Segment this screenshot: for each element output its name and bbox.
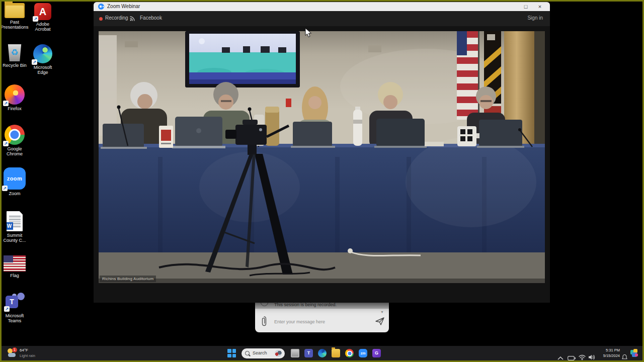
acrobat-glyph: A bbox=[39, 6, 46, 17]
taskbar-teams-icon[interactable]: T bbox=[304, 349, 313, 357]
tray-chevron-up-icon[interactable] bbox=[557, 351, 564, 362]
sign-in-button[interactable]: Sign in bbox=[527, 15, 543, 21]
notification-badge: 1 bbox=[12, 347, 17, 352]
tray-time: 5:31 PM bbox=[597, 347, 620, 353]
zoom-logo-icon bbox=[98, 4, 104, 10]
desktop-icon-label: Microsoft Edge bbox=[28, 65, 57, 75]
desktop-icon-zoom[interactable]: zoom↗ Zoom bbox=[0, 167, 29, 196]
recording-notice-text: This session is being recorded. bbox=[274, 302, 337, 307]
desktop-icon-past-presentations[interactable]: Past Presentations bbox=[0, 3, 29, 30]
attach-file-icon[interactable] bbox=[261, 316, 267, 327]
shortcut-arrow-icon: ↗ bbox=[4, 306, 10, 312]
desktop-icon-label: Recycle Bin bbox=[0, 63, 29, 68]
chrome-icon: ↗ bbox=[5, 125, 25, 145]
taskbar-app-window[interactable] bbox=[291, 349, 299, 357]
notification-bell-icon[interactable] bbox=[621, 350, 628, 362]
tray-clock[interactable]: 5:31 PM 5/15/2024 bbox=[597, 347, 620, 358]
desktop-icon-summit-county-doc[interactable]: W Summit County C... bbox=[0, 211, 29, 243]
recycle-bin-icon: ♻ bbox=[7, 44, 22, 61]
us-flag-image-icon bbox=[4, 255, 26, 272]
recording-dot-icon bbox=[99, 17, 103, 21]
desktop-icon-flag[interactable]: Flag bbox=[0, 255, 29, 278]
fire-alarm bbox=[286, 99, 291, 107]
desktop-icon-label: Flag bbox=[0, 273, 29, 278]
taskbar-zoom-icon[interactable]: zm bbox=[359, 349, 367, 357]
zoom-app-icon: zoom↗ bbox=[4, 167, 26, 190]
meeting-room-scene bbox=[99, 31, 545, 283]
shortcut-arrow-icon: ↗ bbox=[2, 186, 8, 191]
shortcut-arrow-icon: ↗ bbox=[3, 141, 9, 146]
wall-tv-screen bbox=[185, 31, 300, 87]
facebook-stream-label[interactable]: Facebook bbox=[140, 15, 162, 21]
teams-icon: T↗ bbox=[4, 292, 25, 312]
battery-icon[interactable] bbox=[568, 351, 576, 362]
desktop-icon-adobe-acrobat[interactable]: A↗ Adobe Acrobat bbox=[28, 3, 57, 32]
zoom-webinar-window: Zoom Webinar □ × Recording Facebook Sign… bbox=[94, 2, 550, 303]
send-message-icon[interactable] bbox=[375, 317, 385, 326]
widgets-icon[interactable] bbox=[630, 349, 638, 357]
folder-icon bbox=[5, 3, 25, 18]
webinar-toolbar: Recording Facebook Sign in bbox=[94, 11, 550, 26]
recycle-glyph: ♻ bbox=[11, 48, 18, 57]
desktop-icon-microsoft-teams[interactable]: T↗ Microsoft Teams bbox=[0, 292, 29, 323]
start-icon bbox=[227, 349, 231, 353]
taskbar: 1 64°F Light rain Search T zm G 5:31 PM … bbox=[0, 346, 644, 360]
desktop-icon-google-chrome[interactable]: ↗ Google Chrome bbox=[0, 125, 29, 156]
desktop-icon-label: Adobe Acrobat bbox=[28, 22, 57, 32]
weather-temperature: 64°F bbox=[20, 348, 28, 352]
speaker-icon[interactable] bbox=[588, 350, 595, 362]
word-glyph: W bbox=[6, 222, 13, 230]
zoom-glyph: zoom bbox=[7, 175, 23, 182]
webinar-video-feed: Richins Building Auditorium bbox=[99, 31, 545, 283]
shortcut-arrow-icon: ↗ bbox=[33, 16, 38, 22]
desktop-icon-label: Past Presentations bbox=[0, 20, 29, 30]
search-label: Search bbox=[253, 350, 267, 355]
taskbar-edge-icon[interactable] bbox=[318, 349, 327, 357]
maximize-button[interactable]: □ bbox=[520, 3, 532, 11]
chat-message-input[interactable] bbox=[273, 317, 366, 327]
recording-indicator[interactable]: Recording bbox=[105, 15, 128, 21]
desktop-icon-label: Microsoft Teams bbox=[0, 313, 29, 323]
tray-date: 5/15/2024 bbox=[597, 353, 620, 358]
edge-icon: ↗ bbox=[33, 44, 52, 63]
search-highlight-icon bbox=[275, 350, 282, 357]
desktop-icon-label: Summit County C... bbox=[0, 233, 29, 243]
mouse-cursor bbox=[305, 28, 312, 38]
word-document-icon: W bbox=[7, 211, 23, 231]
desktop-icon-recycle-bin[interactable]: ♻ Recycle Bin bbox=[0, 44, 29, 68]
shortcut-arrow-icon: ↗ bbox=[32, 59, 37, 65]
taskbar-chrome-icon[interactable] bbox=[345, 349, 354, 357]
desktop-icon-label: Firefox bbox=[0, 106, 29, 111]
desktop-icon-microsoft-edge[interactable]: ↗ Microsoft Edge bbox=[28, 44, 57, 75]
acrobat-icon: A↗ bbox=[34, 3, 51, 20]
video-location-caption: Richins Building Auditorium bbox=[100, 276, 156, 282]
weather-condition: Light rain bbox=[20, 353, 35, 358]
floor bbox=[99, 252, 545, 283]
start-button[interactable] bbox=[227, 349, 236, 357]
taskbar-file-explorer-icon[interactable] bbox=[332, 349, 340, 357]
search-icon bbox=[245, 351, 250, 355]
wifi-icon[interactable] bbox=[579, 350, 586, 362]
close-button[interactable]: × bbox=[534, 3, 546, 11]
conference-table bbox=[99, 137, 545, 254]
weather-icon: 1 bbox=[7, 348, 16, 357]
shortcut-arrow-icon: ↗ bbox=[3, 101, 9, 106]
desktop-icon-label: Google Chrome bbox=[0, 146, 29, 156]
window-title: Zoom Webinar bbox=[107, 4, 140, 9]
window-title-bar[interactable]: Zoom Webinar □ × bbox=[94, 2, 550, 11]
taskbar-g-app-icon[interactable]: G bbox=[372, 349, 381, 357]
taskbar-search-box[interactable]: Search bbox=[242, 348, 285, 358]
chevron-down-icon[interactable]: ▼ bbox=[380, 310, 384, 314]
firefox-icon: ↗ bbox=[5, 84, 25, 105]
desktop-icon-firefox[interactable]: ↗ Firefox bbox=[0, 84, 29, 111]
live-stream-icon bbox=[129, 16, 135, 22]
desktop-icon-label: Zoom bbox=[0, 191, 29, 196]
